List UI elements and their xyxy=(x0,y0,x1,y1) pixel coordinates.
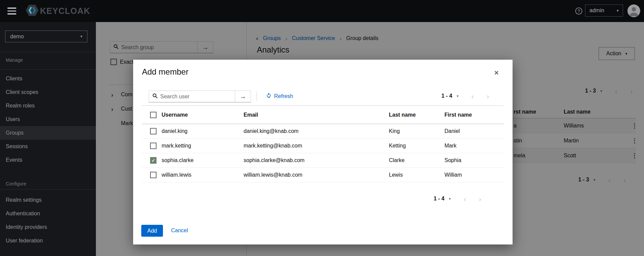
pagination-range: 1 - 4 xyxy=(434,196,444,202)
cell-last-name: Clarke xyxy=(389,157,404,163)
sidebar-item-groups[interactable]: Groups xyxy=(0,126,96,140)
divider xyxy=(0,69,96,70)
help-icon[interactable]: ? xyxy=(575,7,582,15)
pagination-range: 1 - 4 xyxy=(441,93,452,99)
add-member-modal: Add member × → Refresh 1 - 4 ▾ ‹ › xyxy=(133,60,513,244)
caret-down-icon: ▾ xyxy=(617,8,619,13)
sidebar-item-users[interactable]: Users xyxy=(0,113,96,126)
keycloak-logo: KEYCLOAK xyxy=(26,4,90,18)
add-button[interactable]: Add xyxy=(141,225,163,237)
cell-email: sophia.clarke@knab.com xyxy=(244,157,305,163)
cell-username: daniel.king xyxy=(162,128,188,134)
user-row: ✓ sophia.clarke sophia.clarke@knab.com C… xyxy=(142,153,504,168)
col-email: Email xyxy=(244,112,258,118)
arrow-right-icon: → xyxy=(240,93,246,100)
cell-username: mark.ketting xyxy=(162,143,191,149)
search-icon xyxy=(152,93,158,100)
cell-first-name: Mark xyxy=(444,143,457,149)
realm-selector-value: demo xyxy=(10,34,24,40)
cell-username: sophia.clarke xyxy=(162,157,193,163)
users-table-header: ✓ Username Email Last name First name xyxy=(142,105,504,124)
configure-nav: Realm settings Authentication Identity p… xyxy=(0,193,96,248)
sidebar-item-authentication[interactable]: Authentication xyxy=(0,207,96,220)
user-row: ✓ mark.ketting mark.ketting@knab.com Ket… xyxy=(142,139,504,153)
keycloak-logo-icon xyxy=(26,4,39,18)
user-search-input[interactable] xyxy=(160,94,231,100)
sidebar-item-user-federation[interactable]: User federation xyxy=(0,234,96,248)
check-icon: ✓ xyxy=(151,158,155,163)
cell-last-name: Lewis xyxy=(389,172,403,178)
masthead: KEYCLOAK ? admin ▾ xyxy=(0,0,644,22)
user-row: ✓ daniel.king daniel.king@knab.com King … xyxy=(142,124,504,139)
user-menu-label: admin xyxy=(589,7,604,14)
next-page-icon[interactable]: › xyxy=(479,195,481,202)
row-checkbox[interactable]: ✓ xyxy=(150,128,157,135)
sidebar-item-sessions[interactable]: Sessions xyxy=(0,140,96,153)
cell-first-name: Daniel xyxy=(444,128,460,134)
cell-first-name: Sophia xyxy=(444,157,461,163)
cell-email: daniel.king@knab.com xyxy=(244,128,298,134)
sidebar-item-realm-settings[interactable]: Realm settings xyxy=(0,193,96,207)
menu-toggle-icon[interactable] xyxy=(7,7,16,15)
cell-email: william.lewis@knab.com xyxy=(244,172,303,178)
close-icon[interactable]: × xyxy=(494,69,499,77)
caret-down-icon[interactable]: ▾ xyxy=(457,94,459,98)
sidebar-item-events[interactable]: Events xyxy=(0,153,96,167)
cell-first-name: William xyxy=(444,172,462,178)
row-checkbox[interactable]: ✓ xyxy=(150,172,157,178)
brand-text: KEYCLOAK xyxy=(40,6,90,16)
cell-username: william.lewis xyxy=(162,172,191,178)
sidebar: demo ▾ Manage Clients Client scopes Real… xyxy=(0,22,96,256)
sidebar-section-manage: Manage xyxy=(6,57,23,63)
col-first-name: First name xyxy=(444,112,472,118)
modal-title: Add member xyxy=(142,67,188,77)
next-page-icon[interactable]: › xyxy=(487,93,489,100)
row-checkbox[interactable]: ✓ xyxy=(150,157,157,164)
cell-last-name: Ketting xyxy=(389,143,406,149)
user-search-submit-button[interactable]: → xyxy=(235,91,251,102)
row-checkbox[interactable]: ✓ xyxy=(150,143,157,149)
select-all-checkbox[interactable]: ✓ xyxy=(150,112,157,118)
users-table: ✓ Username Email Last name First name ✓ … xyxy=(142,105,504,182)
avatar[interactable] xyxy=(627,4,640,17)
refresh-icon xyxy=(266,93,272,100)
sidebar-item-realm-roles[interactable]: Realm roles xyxy=(0,99,96,113)
manage-nav: Clients Client scopes Realm roles Users … xyxy=(0,72,96,167)
realm-selector[interactable]: demo ▾ xyxy=(5,31,87,42)
cell-last-name: King xyxy=(389,128,400,134)
sidebar-item-clients[interactable]: Clients xyxy=(0,72,96,85)
sidebar-item-identity-providers[interactable]: Identity providers xyxy=(0,220,96,234)
modal-pagination-bottom: 1 - 4 ▾ ‹ › xyxy=(434,195,481,202)
divider xyxy=(0,189,96,190)
cancel-button[interactable]: Cancel xyxy=(171,228,188,234)
caret-down-icon: ▾ xyxy=(80,34,82,39)
prev-page-icon[interactable]: ‹ xyxy=(464,195,466,202)
user-menu-dropdown[interactable]: admin ▾ xyxy=(585,4,623,17)
sidebar-item-client-scopes[interactable]: Client scopes xyxy=(0,85,96,99)
divider xyxy=(256,92,257,101)
cell-email: mark.ketting@knab.com xyxy=(244,143,302,149)
prev-page-icon[interactable]: ‹ xyxy=(472,93,474,100)
divider xyxy=(0,52,96,52)
sidebar-section-configure: Configure xyxy=(6,181,26,186)
modal-pagination-top: 1 - 4 ▾ ‹ › xyxy=(441,92,489,100)
caret-down-icon[interactable]: ▾ xyxy=(449,197,451,201)
col-last-name: Last name xyxy=(389,112,416,118)
user-row: ✓ william.lewis william.lewis@knab.com L… xyxy=(142,168,504,182)
col-username: Username xyxy=(162,112,188,118)
refresh-button[interactable]: Refresh xyxy=(266,93,293,100)
